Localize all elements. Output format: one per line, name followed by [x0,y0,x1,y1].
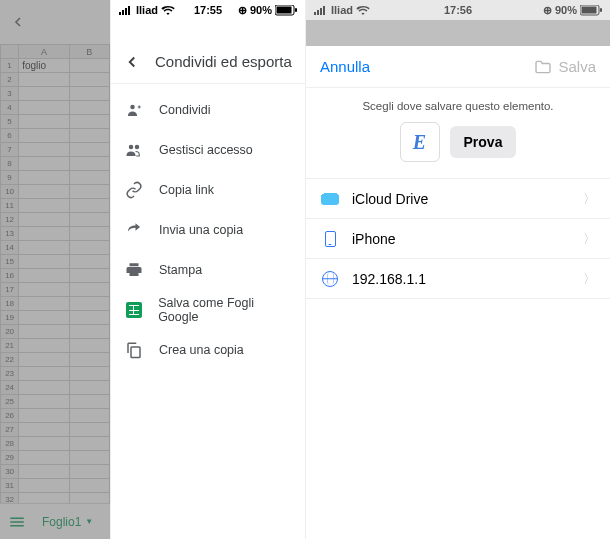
menu-item-label: Crea una copia [159,343,244,357]
svg-rect-3 [119,12,121,15]
file-type-icon: E [400,122,440,162]
location-label: iPhone [352,231,396,247]
menu-item-duplicate[interactable]: Crea una copia [111,330,305,370]
battery-icon [275,5,297,16]
location-iphone[interactable]: iPhone 〉 [306,219,610,259]
menu-item-save-as-sheets[interactable]: Salva come Fogli Google [111,290,305,330]
svg-point-11 [129,145,134,150]
svg-rect-4 [122,10,124,15]
spreadsheet-grid: AB 1foglio 23 45 67 89 1011 1213 1415 16… [0,44,110,521]
back-icon[interactable] [123,53,141,71]
svg-rect-14 [314,12,316,15]
charging-icon: ⊕ [238,4,247,17]
google-sheets-icon [125,301,142,319]
save-button: Salva [534,58,596,75]
wifi-icon [356,5,370,15]
cell-a1[interactable]: foglio [19,59,69,73]
menu-item-label: Gestisci accesso [159,143,253,157]
menu-item-label: Salva come Fogli Google [158,296,291,324]
menu-item-label: Stampa [159,263,202,277]
location-label: 192.168.1.1 [352,271,426,287]
dropdown-icon: ▼ [85,517,93,526]
svg-rect-19 [582,6,597,13]
location-label: iCloud Drive [352,191,428,207]
status-time: 17:55 [194,4,222,16]
menu-item-print[interactable]: Stampa [111,250,305,290]
back-icon[interactable] [10,14,26,30]
folder-icon [534,60,552,74]
svg-rect-17 [323,6,325,15]
share-export-pane: Iliad 17:55 ⊕90% Condividi ed esporta Co… [110,0,305,539]
status-bar: Iliad 17:56 ⊕90% [306,0,610,20]
link-icon [125,181,143,199]
svg-rect-6 [128,6,130,15]
background-dimmer [306,20,610,46]
file-name-field[interactable]: Prova [450,126,517,158]
cancel-button[interactable]: Annulla [320,58,370,75]
save-prompt-text: Scegli dove salvare questo elemento. [306,88,610,122]
location-icloud-drive[interactable]: iCloud Drive 〉 [306,179,610,219]
svg-rect-20 [600,8,602,12]
status-time: 17:56 [444,4,472,16]
icloud-icon [320,193,340,205]
menu-item-label: Invia una copia [159,223,243,237]
carrier-label: Iliad [331,4,353,16]
share-arrow-icon [125,221,143,239]
menu-item-manage-access[interactable]: Gestisci accesso [111,130,305,170]
signal-icon [314,5,328,15]
battery-icon [580,5,602,16]
hamburger-icon[interactable] [8,513,26,531]
people-icon [125,141,143,159]
iphone-icon [320,231,340,247]
battery-pct: 90% [555,4,577,16]
menu-title: Condividi ed esporta [155,53,292,70]
menu-item-share[interactable]: Condividi [111,90,305,130]
print-icon [125,261,143,279]
spreadsheet-background-pane: AB 1foglio 23 45 67 89 1011 1213 1415 16… [0,0,110,539]
signal-icon [119,5,133,15]
carrier-label: Iliad [136,4,158,16]
chevron-right-icon: 〉 [583,190,596,208]
menu-item-label: Copia link [159,183,214,197]
save-nav-bar: Annulla Salva [306,46,610,88]
svg-rect-13 [131,347,140,358]
status-bar: Iliad 17:55 ⊕90% [111,0,305,20]
battery-pct: 90% [250,4,272,16]
person-add-icon [125,101,143,119]
menu-item-send-copy[interactable]: Invia una copia [111,210,305,250]
globe-icon [320,271,340,287]
svg-rect-8 [277,6,292,13]
copy-icon [125,341,143,359]
svg-rect-5 [125,8,127,15]
wifi-icon [161,5,175,15]
charging-icon: ⊕ [543,4,552,17]
sheet-bottom-bar: Foglio1 ▼ [0,503,110,539]
svg-point-10 [130,105,135,110]
chevron-right-icon: 〉 [583,270,596,288]
svg-rect-16 [320,8,322,15]
chevron-right-icon: 〉 [583,230,596,248]
menu-item-label: Condividi [159,103,210,117]
save-dialog-pane: Iliad 17:56 ⊕90% Annulla Salva Scegli do… [305,0,610,539]
svg-point-12 [135,145,140,150]
svg-rect-9 [295,8,297,12]
sheet-tab[interactable]: Foglio1 ▼ [34,511,101,533]
menu-item-copy-link[interactable]: Copia link [111,170,305,210]
menu-header: Condividi ed esporta [111,40,305,84]
svg-rect-15 [317,10,319,15]
file-preview: E Prova [306,122,610,162]
sheet-tab-label: Foglio1 [42,515,81,529]
location-network[interactable]: 192.168.1.1 〉 [306,259,610,299]
